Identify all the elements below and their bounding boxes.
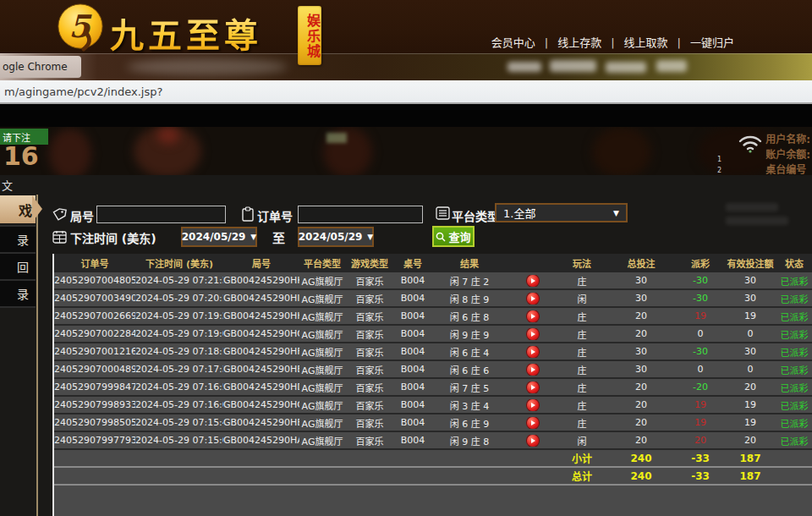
sidebar-item[interactable]: 录 — [0, 279, 36, 308]
sidebar-fragment: 文 — [2, 177, 13, 193]
play-button[interactable] — [527, 328, 539, 340]
cell-platform: AG旗舰厅 — [299, 434, 345, 447]
nav-link[interactable]: 会员中心 — [491, 34, 557, 50]
play-icon — [531, 367, 535, 372]
blurred-text — [726, 203, 778, 211]
table-header-row: 订单号 下注时间 (美东) 局号 平台类型 游戏类型 桌号 结果 玩法 总投注 … — [54, 254, 812, 272]
live-video-background: 请下注 16 1 2 用户名称:账户余额:桌台编号 — [0, 127, 812, 175]
cell-replay — [508, 346, 558, 358]
cell-platform: AG旗舰厅 — [299, 345, 345, 359]
col-header: 桌号 — [394, 256, 431, 270]
cell-round: GB004245290HF — [223, 346, 299, 357]
cell-platform: AG旗舰厅 — [299, 363, 345, 376]
cell-game-type: 百家乐 — [345, 434, 394, 447]
search-button[interactable]: 查询 — [432, 226, 475, 247]
cell-replay — [508, 328, 558, 340]
play-button[interactable] — [527, 346, 539, 358]
nav-link[interactable]: 一键归户 — [690, 34, 734, 50]
cell-game-type: 百家乐 — [345, 381, 394, 394]
cell-bet-time: 2024-05-29 07:21:35 — [135, 275, 223, 286]
cell-game-type: 百家乐 — [345, 416, 394, 430]
table-row: 240529079985059 2024-05-29 07:15:48 GB00… — [54, 414, 812, 432]
blurred-text — [656, 60, 687, 72]
platform-select-value: 1.全部 — [503, 205, 535, 221]
play-button[interactable] — [527, 435, 539, 447]
order-label: 订单号 — [257, 207, 293, 224]
cell-replay — [508, 293, 558, 305]
address-bar[interactable]: m/agingame/pcv2/index.jsp? — [0, 80, 812, 104]
cell-result: 闲 6 庄 6 — [431, 363, 508, 376]
cell-round: GB004245290HC — [223, 399, 299, 410]
chevron-down-icon: ▼ — [250, 233, 256, 241]
date-from-select[interactable]: 2024/05/29 ▼ — [181, 227, 257, 247]
blurred-text — [606, 62, 646, 73]
total-bet: 240 — [606, 470, 677, 482]
play-button[interactable] — [527, 399, 539, 411]
cell-table-no: B004 — [394, 382, 431, 392]
total-label: 总计 — [558, 469, 606, 483]
cell-result: 闲 9 庄 8 — [431, 434, 508, 447]
sidebar-item-active[interactable]: 戏 — [0, 195, 36, 223]
col-header: 玩法 — [558, 256, 606, 270]
cell-table-no: B004 — [394, 399, 431, 410]
subtotal-label: 小计 — [558, 451, 606, 465]
cell-valid-bet: 20 — [724, 382, 776, 392]
cell-table-no: B004 — [394, 417, 431, 428]
cell-status: 已派彩 — [776, 292, 812, 305]
brand-logo-icon: 5 — [56, 3, 105, 52]
cell-bet-time: 2024-05-29 07:15:09 — [135, 435, 223, 446]
cell-total-bet: 20 — [606, 435, 677, 446]
cell-order: 240529070026692 — [54, 310, 135, 321]
cell-payout: 19 — [677, 417, 724, 428]
nav-link[interactable]: 线上存款 — [557, 34, 623, 50]
platform-select[interactable]: 1.全部 ▼ — [495, 203, 628, 222]
cell-status: 已派彩 — [776, 381, 812, 394]
date-to-select[interactable]: 2024/05/29 ▼ — [298, 227, 374, 247]
browser-window-title: ogle Chrome — [0, 56, 81, 78]
round-input[interactable] — [96, 206, 226, 223]
sidebar-item[interactable]: 录 — [0, 225, 36, 252]
play-button[interactable] — [527, 382, 539, 393]
subtotal-bet: 240 — [606, 453, 677, 464]
cell-valid-bet: 0 — [724, 328, 776, 339]
cell-round: GB004245290HI — [223, 293, 299, 304]
sidebar-menu: 录回录 — [0, 225, 36, 308]
cell-replay — [508, 275, 558, 287]
col-header: 下注时间 (美东) — [135, 256, 223, 270]
page: 5 九五至尊 娱乐城 会员中心线上存款线上取款一键归户 ogle Chrome … — [0, 0, 812, 516]
play-button[interactable] — [527, 275, 539, 287]
cell-result: 闲 7 庄 2 — [431, 274, 508, 288]
cell-total-bet: 30 — [606, 275, 677, 286]
cell-result: 闲 6 庄 9 — [431, 416, 508, 430]
cell-valid-bet: 0 — [724, 364, 776, 375]
cell-payout: 19 — [677, 310, 724, 321]
cell-result: 闲 7 庄 5 — [431, 381, 508, 394]
total-valid: 187 — [724, 470, 776, 482]
cell-replay — [508, 417, 558, 429]
play-button[interactable] — [527, 364, 539, 376]
cell-table-no: B004 — [394, 293, 431, 304]
cell-payout: -20 — [677, 382, 724, 392]
cell-play-method: 庄 — [558, 381, 606, 394]
sidebar-item[interactable]: 回 — [0, 252, 36, 279]
table-row: 240529070026692 2024-05-29 07:19:28 GB00… — [54, 308, 812, 326]
window-title-text: ogle Chrome — [0, 61, 68, 73]
play-button[interactable] — [527, 310, 539, 322]
cell-play-method: 庄 — [558, 310, 606, 323]
cell-table-no: B004 — [394, 275, 431, 286]
wifi-icon — [738, 133, 763, 153]
play-button[interactable] — [527, 417, 539, 429]
brand-name: 九五至尊 — [110, 8, 262, 58]
play-button[interactable] — [527, 293, 539, 305]
cell-order: 240529070048053 — [54, 275, 135, 286]
nav-link[interactable]: 线上取款 — [624, 34, 690, 50]
blurred-text — [508, 62, 541, 72]
chevron-down-icon: ▼ — [613, 209, 619, 217]
cell-table-no: B004 — [394, 346, 431, 357]
subtotal-payout: -33 — [677, 453, 724, 464]
cell-game-type: 百家乐 — [345, 363, 394, 376]
order-input[interactable] — [298, 206, 423, 223]
chevron-down-icon: ▼ — [367, 233, 373, 241]
cell-round: GB004245290HA — [223, 435, 299, 446]
cell-status: 已派彩 — [776, 416, 812, 430]
